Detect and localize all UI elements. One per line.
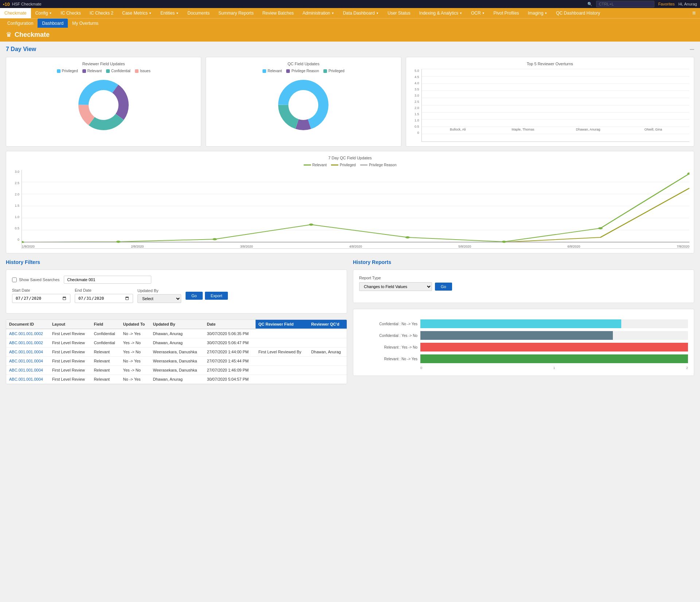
bars-container [422, 69, 689, 127]
favorites-link[interactable]: Favorites [658, 2, 674, 6]
qc-donut-container [210, 76, 396, 134]
top-bar-left: •10 HSF Checkmate [3, 1, 42, 7]
table-header-row: Document ID Layout Field Updated To Upda… [6, 320, 347, 329]
h-bar-label: Relevant : No -> Yes [359, 357, 417, 361]
th-document-id: Document ID [6, 320, 49, 329]
export-button[interactable]: Export [205, 292, 228, 300]
doc-link[interactable]: ABC.001.001.0002 [9, 331, 43, 336]
nav-item-case-metrics[interactable]: Case Metrics ▼ [118, 8, 156, 18]
doc-link[interactable]: ABC.001.001.0004 [9, 377, 43, 381]
filters-section: History Filters Show Saved Searches Star… [6, 259, 347, 384]
qc-field-cell [256, 375, 308, 384]
data-table: Document ID Layout Field Updated To Upda… [6, 320, 347, 384]
nav-item-documents[interactable]: Documents [183, 8, 214, 18]
th-field: Field [91, 320, 120, 329]
qc-field-chart: QC Field Updates Relevant Privilege Reas… [206, 57, 401, 147]
date-cell: 27/07/2020 1:44:00 PM [204, 347, 256, 357]
nav-item-config[interactable]: Config ▼ [31, 8, 57, 18]
nav-item-ic-checks-2[interactable]: IC Checks 2 [85, 8, 118, 18]
nav-item-pivot-profiles[interactable]: Pivot Profiles [489, 8, 524, 18]
legend-dot [323, 69, 327, 73]
svg-point-15 [116, 241, 120, 243]
x-label-dhawan: Dhawan, Anurag [559, 128, 617, 134]
h-bar-fill [420, 319, 621, 328]
svg-point-19 [502, 241, 506, 243]
svg-point-17 [309, 224, 313, 226]
user-greeting: Hi, Anurag [678, 2, 697, 6]
nav-item-user-status[interactable]: User Status [383, 8, 415, 18]
report-select-row: Changes to Field Values Summary Report U… [359, 282, 688, 291]
nav-item-imaging[interactable]: Imaging ▼ [524, 8, 552, 18]
date-filters-row: Start Date End Date Updated By Select Dh… [12, 288, 341, 303]
reviewer-field-chart: Reviewer Field Updates Privileged Releva… [6, 57, 201, 147]
sub-nav-my-overturns[interactable]: My Overturns [68, 19, 103, 28]
nav-item-administration[interactable]: Administration ▼ [298, 8, 339, 18]
case-input[interactable] [64, 276, 151, 284]
nav-item-data-dashboard[interactable]: Data Dashboard ▼ [339, 8, 383, 18]
h-bar-fill [420, 354, 688, 363]
report-card: Report Type Changes to Field Values Summ… [353, 269, 694, 303]
nav-item-ic-checks[interactable]: IC Checks [56, 8, 85, 18]
y-axis: 5.0 4.5 4.0 3.5 3.0 2.5 2.0 1.5 1.0 0.5 … [411, 69, 421, 142]
h-bar-chart-card: Confidential : No -> Yes Confidential : … [353, 309, 694, 376]
go-button[interactable]: Go [186, 292, 203, 300]
legend-line-privilege-reason [360, 164, 368, 166]
legend-dot [106, 69, 110, 73]
sub-nav: Configuration Dashboard My Overturns [0, 18, 700, 28]
collapse-icon[interactable]: — [690, 47, 694, 52]
hamburger-menu-icon[interactable]: ≡ [688, 10, 700, 16]
end-date-input[interactable] [75, 294, 133, 303]
chevron-down-icon: ▼ [376, 12, 379, 15]
h-bar-row-conf-ny: Confidential : No -> Yes [359, 319, 688, 328]
sub-nav-configuration[interactable]: Configuration [3, 19, 38, 28]
updated-by-select[interactable]: Select Dhawan, Anurag Weerasekara, Danus… [137, 294, 181, 303]
doc-link[interactable]: ABC.001.001.0004 [9, 350, 43, 354]
doc-link[interactable]: ABC.001.001.0004 [9, 368, 43, 372]
updated-to-cell: Yes -> No [120, 366, 150, 375]
h-bar-row-rel-ny: Relevant : No -> Yes [359, 354, 688, 363]
doc-link[interactable]: ABC.001.001.0004 [9, 359, 43, 363]
updated-by-group: Updated By Select Dhawan, Anurag Weerase… [137, 288, 181, 303]
main-content: 7 Day View — Reviewer Field Updates Priv… [0, 42, 700, 389]
legend-line-privileged [331, 164, 338, 166]
th-qc-reviewer-field: QC Reviewer Field [256, 320, 308, 329]
show-saved-searches-checkbox[interactable] [12, 277, 17, 282]
doc-link[interactable]: ABC.001.001.0002 [9, 341, 43, 345]
app-logo: •10 [3, 1, 10, 7]
nav-item-indexing-analytics[interactable]: Indexing & Analytics ▼ [415, 8, 467, 18]
reviewer-qcd-cell: Dhawan, Anurag [308, 347, 347, 357]
sub-nav-dashboard[interactable]: Dashboard [38, 19, 68, 28]
date-cell: 30/07/2020 5:06:35 PM [204, 329, 256, 338]
field-cell: Confidential [91, 338, 120, 347]
charts-row-1: Reviewer Field Updates Privileged Releva… [6, 57, 694, 147]
legend-dot [57, 69, 61, 73]
start-date-input[interactable] [12, 294, 70, 303]
donut-container [11, 76, 197, 134]
nav-item-review-batches[interactable]: Review Batches [258, 8, 298, 18]
search-input[interactable] [596, 1, 654, 7]
svg-point-4 [89, 90, 118, 120]
reviewer-qcd-cell [308, 366, 347, 375]
reviewer-qcd-cell [308, 375, 347, 384]
th-updated-to: Updated To [120, 320, 150, 329]
line-y-axis: 3.0 2.5 2.0 1.5 1.0 0.5 0 [11, 170, 22, 249]
report-type-select[interactable]: Changes to Field Values Summary Report U… [359, 282, 432, 291]
updated-to-cell: Yes -> No [120, 338, 150, 347]
nav-item-ocr[interactable]: OCR ▼ [467, 8, 489, 18]
field-cell: Confidential [91, 329, 120, 338]
qc-field-cell: First Level Reviewed By [256, 347, 308, 357]
layout-cell: First Level Review [49, 375, 91, 384]
line-chart-legend: Relevant Privileged Privilege Reason [11, 163, 689, 167]
nav-item-qc-dashboard-history[interactable]: QC Dashboard History [552, 8, 604, 18]
layout-cell: First Level Review [49, 357, 91, 366]
nav-item-summary-reports[interactable]: Summary Reports [214, 8, 258, 18]
top5-title: Top 5 Reviewer Overturns [411, 62, 689, 66]
nav-item-checkmate[interactable]: Checkmate [0, 8, 31, 18]
legend-confidential: Confidential [106, 69, 131, 73]
end-date-group: End Date [75, 288, 133, 303]
reviewer-donut-svg [74, 76, 133, 134]
end-date-label: End Date [75, 288, 133, 292]
updated-by-cell: Dhawan, Anurag [150, 329, 204, 338]
report-go-button[interactable]: Go [435, 283, 452, 291]
nav-item-entities[interactable]: Entities ▼ [156, 8, 183, 18]
